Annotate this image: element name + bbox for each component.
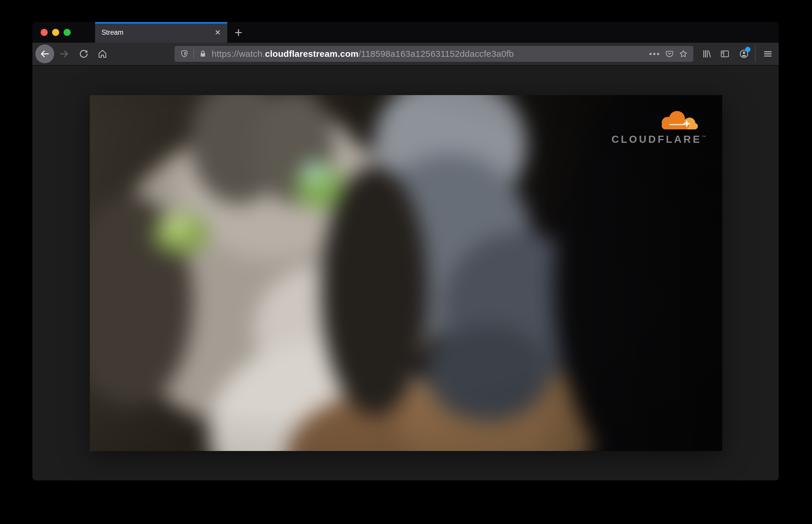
close-window-button[interactable] [40,29,48,36]
url-text: https://watch.cloudflarestream.com/11859… [212,49,645,59]
page-content: CLOUDFLARE™ [32,66,779,480]
home-button[interactable] [94,46,111,62]
tab-close-icon[interactable]: ✕ [213,28,223,37]
window-controls [40,22,71,43]
url-path: /118598a163a125631152ddaccfe3a0fb [359,49,514,59]
cloudflare-watermark: CLOUDFLARE™ [612,109,706,145]
forward-button[interactable] [56,46,72,62]
trademark-symbol: ™ [702,134,706,140]
library-button[interactable] [698,46,715,62]
minimize-window-button[interactable] [52,29,59,36]
sidebar-icon [720,49,730,59]
url-domain: cloudflarestream.com [265,49,359,59]
cloudflare-cloud-logo-icon [652,109,704,132]
bookmark-star-icon[interactable] [679,49,688,59]
back-button[interactable] [35,45,54,63]
new-tab-button[interactable]: + [229,22,248,43]
hamburger-menu-icon [763,49,773,59]
browser-window: Stream ✕ + [32,22,779,480]
lock-icon[interactable] [199,50,207,58]
tracking-protection-shield-icon[interactable] [180,49,189,58]
tab-title: Stream [101,29,213,36]
url-bar[interactable]: https://watch.cloudflarestream.com/11859… [175,46,693,62]
home-icon [97,49,108,59]
forward-arrow-icon [59,49,69,59]
back-arrow-icon [39,49,50,59]
url-scheme: https://watch. [212,49,265,59]
cloudflare-wordmark: CLOUDFLARE™ [612,133,706,145]
hamburger-menu-button[interactable] [760,46,776,62]
video-vignette [90,95,722,451]
account-notification-badge [745,47,750,52]
tab-bar: Stream ✕ + [32,22,779,43]
video-player[interactable]: CLOUDFLARE™ [90,95,722,451]
account-button[interactable] [736,46,752,62]
navigation-toolbar: https://watch.cloudflarestream.com/11859… [32,43,779,66]
maximize-window-button[interactable] [64,29,71,36]
sidebar-button[interactable] [717,46,733,62]
toolbar-separator [755,46,756,62]
tab-stream[interactable]: Stream ✕ [95,22,227,43]
desktop: { "browser": { "traffic_lights": [ {"nam… [0,0,812,524]
library-icon [702,49,712,59]
urlbar-divider [193,49,194,59]
reload-icon [79,49,88,59]
active-tab-indicator [95,22,227,23]
reload-button[interactable] [75,46,92,62]
page-actions-icon[interactable]: ••• [649,50,660,58]
pocket-icon[interactable] [665,49,674,58]
